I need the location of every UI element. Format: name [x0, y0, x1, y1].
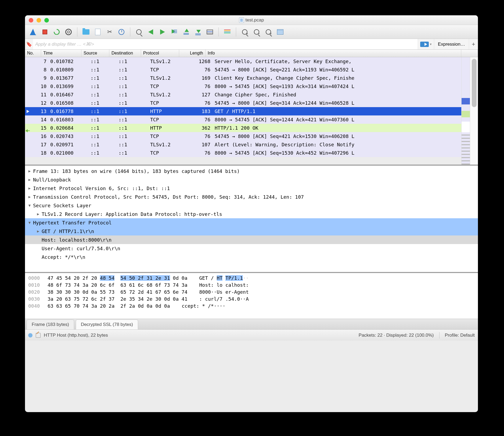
- zoom-window-button[interactable]: [44, 18, 49, 23]
- go-last-packet-button[interactable]: [193, 27, 203, 37]
- titlebar: test.pcap: [25, 15, 478, 25]
- expression-button[interactable]: Expression…: [434, 39, 469, 49]
- byte-view-tabs: Frame (183 bytes) Decrypted SSL (78 byte…: [25, 319, 478, 329]
- resize-columns-button[interactable]: [275, 27, 286, 37]
- app-window: test.pcap ✂: [25, 15, 478, 412]
- zoom-out-button[interactable]: [251, 27, 262, 37]
- packet-row[interactable]: 140.016803::1::1TCP768000 → 54745 [ACK] …: [25, 115, 478, 124]
- tree-row[interactable]: User-Agent: curl/7.54.0\r\n: [25, 244, 478, 253]
- filter-bar: 🔖 ▾ Expression… +: [25, 39, 478, 50]
- packet-row[interactable]: 110.016467::1::1TLSv1.2127Change Cipher …: [25, 90, 478, 99]
- packet-row[interactable]: 150.020684::1::1HTTP362HTTP/1.1 200 OK: [25, 124, 478, 132]
- find-packet-button[interactable]: [134, 27, 144, 37]
- col-header-destination[interactable]: Destination: [109, 50, 141, 57]
- col-header-source[interactable]: Source: [81, 50, 109, 57]
- go-back-button[interactable]: [145, 27, 156, 37]
- tree-row[interactable]: ▶Internet Protocol Version 6, Src: ::1, …: [25, 184, 478, 192]
- capture-options-button[interactable]: [63, 27, 74, 37]
- tree-row[interactable]: ▼Hypertext Transfer Protocol: [25, 218, 478, 227]
- tree-row[interactable]: ▶Null/Loopback: [25, 175, 478, 184]
- packet-row[interactable]: 120.016508::1::1TCP7654745 → 8000 [ACK] …: [25, 99, 478, 107]
- document-icon: [239, 17, 244, 23]
- packet-list-scrollbar[interactable]: [470, 57, 478, 165]
- open-file-button[interactable]: [81, 27, 91, 37]
- packet-row[interactable]: 170.020971::1::1TLSv1.2107Alert (Level: …: [25, 140, 478, 149]
- add-filter-button[interactable]: +: [469, 39, 478, 49]
- stop-capture-button[interactable]: [39, 27, 50, 37]
- status-profile[interactable]: Profile: Default: [445, 333, 475, 338]
- tree-row[interactable]: ▶TLSv1.2 Record Layer: Application Data …: [25, 210, 478, 218]
- col-header-length[interactable]: Length: [179, 50, 206, 57]
- save-file-button[interactable]: [92, 27, 103, 37]
- zoom-reset-button[interactable]: [263, 27, 274, 37]
- packet-row[interactable]: 70.010782::1::1TLSv1.21268Server Hello, …: [25, 57, 478, 66]
- tree-row[interactable]: Accept: */*\r\n: [25, 253, 478, 261]
- packet-row[interactable]: 180.021000::1::1TCP768000 → 54745 [ACK] …: [25, 149, 478, 157]
- colorize-button[interactable]: [222, 27, 233, 37]
- close-file-button[interactable]: ✂: [104, 27, 115, 37]
- tab-decrypted-ssl-bytes[interactable]: Decrypted SSL (78 bytes): [76, 319, 138, 329]
- tree-row[interactable]: ▼Secure Sockets Layer: [25, 201, 478, 210]
- col-header-protocol[interactable]: Protocol: [141, 50, 179, 57]
- display-filter-input[interactable]: [33, 39, 418, 49]
- col-header-info[interactable]: Info: [206, 50, 461, 57]
- tree-row[interactable]: ▶GET / HTTP/1.1\r\n: [25, 227, 478, 235]
- packet-bytes-pane[interactable]: 000047 45 54 20 2f 20 48 5454 50 2f 31 2…: [25, 273, 478, 319]
- close-window-button[interactable]: [29, 18, 33, 23]
- go-forward-button[interactable]: [157, 27, 168, 37]
- bookmark-icon[interactable]: 🔖: [25, 39, 33, 49]
- edit-icon[interactable]: [36, 333, 41, 338]
- window-title: test.pcap: [246, 17, 264, 23]
- zoom-in-button[interactable]: [239, 27, 250, 37]
- tree-row[interactable]: Host: localhost:8000\r\n: [25, 235, 478, 244]
- packet-list-header[interactable]: No. Time Source Destination Protocol Len…: [25, 50, 478, 57]
- shark-fin-icon[interactable]: [28, 27, 38, 37]
- status-field-info: HTTP Host (http.host), 22 bytes: [44, 333, 108, 338]
- packet-row[interactable]: 100.013699::1::1TCP768000 → 54745 [ACK] …: [25, 82, 478, 90]
- status-bar: HTTP Host (http.host), 22 bytes Packets:…: [25, 329, 478, 341]
- go-first-packet-button[interactable]: [181, 27, 192, 37]
- packet-row[interactable]: 160.020743::1::1TCP7654745 → 8000 [ACK] …: [25, 132, 478, 140]
- col-header-no[interactable]: No.: [25, 50, 41, 57]
- tree-row[interactable]: ▶Frame 13: 183 bytes on wire (1464 bits)…: [25, 167, 478, 175]
- go-to-packet-button[interactable]: [169, 27, 180, 37]
- packet-row[interactable]: 130.016778::1::1HTTP183GET / HTTP/1.1: [25, 107, 478, 115]
- expert-info-icon[interactable]: [28, 333, 33, 337]
- apply-filter-button[interactable]: ▾: [418, 39, 434, 49]
- packet-list-pane: No. Time Source Destination Protocol Len…: [25, 50, 478, 166]
- col-header-time[interactable]: Time: [41, 50, 81, 57]
- tab-frame-bytes[interactable]: Frame (183 bytes): [27, 319, 74, 329]
- packet-minimap[interactable]: [461, 57, 470, 165]
- packet-details-pane[interactable]: ▶Frame 13: 183 bytes on wire (1464 bits)…: [25, 166, 478, 273]
- packet-row[interactable]: 80.010809::1::1TCP7654745 → 8000 [ACK] S…: [25, 66, 478, 74]
- auto-scroll-button[interactable]: [204, 27, 215, 37]
- minimize-window-button[interactable]: [37, 18, 41, 23]
- restart-capture-button[interactable]: [51, 27, 62, 37]
- tree-row[interactable]: ▶Transmission Control Protocol, Src Port…: [25, 192, 478, 201]
- main-toolbar: ✂: [25, 25, 478, 39]
- reload-file-button[interactable]: [116, 27, 127, 37]
- status-packets: Packets: 22 · Displayed: 22 (100.0%): [359, 333, 434, 338]
- packet-row[interactable]: 90.013677::1::1TLSv1.2169Client Key Exch…: [25, 74, 478, 82]
